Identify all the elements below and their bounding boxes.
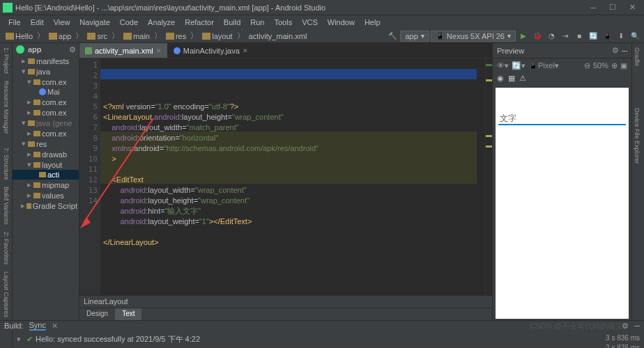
gear-icon[interactable]: ⚙: [612, 46, 619, 55]
tree-node[interactable]: ▾java (gene: [13, 118, 79, 128]
blueprint-icon[interactable]: ▦: [508, 74, 515, 83]
menu-refactor[interactable]: Refactor: [181, 17, 218, 28]
tree-node[interactable]: acti: [13, 170, 79, 180]
menu-window[interactable]: Window: [323, 17, 359, 28]
build-output[interactable]: ▾✔Hello: synced successfully at 2021/9/5…: [13, 331, 644, 348]
tab-gradle[interactable]: Gradle: [634, 47, 641, 66]
tree-node[interactable]: ▸values: [13, 190, 79, 200]
close-icon[interactable]: ✕: [156, 47, 162, 54]
build-label: Build:: [4, 322, 24, 330]
menu-run[interactable]: Run: [246, 17, 268, 28]
crumb-hello[interactable]: Hello: [3, 31, 36, 41]
window-title: Hello [E:\Android\Hello] - ...\app\src\m…: [15, 3, 584, 12]
tree-node[interactable]: ▸manifests: [13, 56, 79, 66]
svg-rect-0: [3, 3, 13, 13]
menu-build[interactable]: Build: [220, 17, 245, 28]
hide-icon[interactable]: ─: [634, 322, 640, 330]
element-breadcrumb[interactable]: LinearLayout: [79, 295, 492, 308]
tree-node[interactable]: Mai: [13, 87, 79, 97]
debug-button[interactable]: 🐞: [531, 30, 544, 42]
menu-view[interactable]: View: [49, 17, 75, 28]
search-icon[interactable]: 🔍: [629, 30, 641, 42]
menu-vcs[interactable]: VCS: [298, 17, 322, 28]
sync-button[interactable]: 🔄: [587, 30, 599, 42]
preview-panel: Preview⚙─ 👁▾ 🔄▾ 📱Pixel▾ ⊖ 50% ⊕ ▣ ◉ ▦ ⚠ …: [492, 43, 631, 320]
tree-node[interactable]: ▸mipmap: [13, 180, 79, 190]
make-button[interactable]: 🔨: [386, 30, 399, 42]
attach-button[interactable]: ⇥: [559, 30, 572, 42]
editor-area: activity_main.xml✕ MainActivity.java✕ 12…: [79, 43, 492, 320]
device-picker[interactable]: 📱Pixel▾: [528, 61, 559, 70]
minimize-button[interactable]: ─: [584, 1, 602, 14]
crumb-res[interactable]: res: [163, 31, 189, 41]
design-tab[interactable]: Design: [79, 308, 115, 320]
preview-canvas[interactable]: 文字: [496, 88, 629, 319]
code-editor[interactable]: <?xml version="1.0" encoding="utf-8"?><L…: [100, 58, 485, 295]
left-tool-strip: 1: Project Resource Manager 7: Structure…: [0, 43, 13, 320]
run-config-dropdown[interactable]: app▾: [400, 31, 429, 42]
layers-icon[interactable]: ◉: [497, 74, 504, 83]
menu-navigate[interactable]: Navigate: [75, 17, 114, 28]
close-icon[interactable]: ✕: [52, 322, 58, 331]
maximize-button[interactable]: ☐: [604, 1, 622, 14]
preview-header: Preview⚙─: [493, 43, 631, 58]
close-button[interactable]: ✕: [623, 1, 641, 14]
hide-icon[interactable]: ─: [622, 47, 627, 55]
fit-icon[interactable]: ▣: [620, 61, 627, 70]
tree-node[interactable]: ▾java: [13, 66, 79, 77]
tab-structure[interactable]: 7: Structure: [3, 148, 10, 180]
tab-activity-main[interactable]: activity_main.xml✕: [79, 43, 168, 58]
code-area[interactable]: 1234567891011121314 <?xml version="1.0" …: [79, 58, 492, 295]
tab-resource-manager[interactable]: Resource Manager: [3, 81, 10, 134]
menu-analyze[interactable]: Analyze: [144, 17, 179, 28]
text-tab[interactable]: Text: [115, 308, 141, 320]
stop-button[interactable]: ■: [573, 30, 585, 42]
build-row[interactable]: ▾✔Hello: synced successfully at 2021/9/5…: [17, 333, 640, 345]
crumb-app[interactable]: app: [46, 31, 74, 41]
tree-node[interactable]: ▸com.ex: [13, 97, 79, 107]
folder-icon: [49, 33, 57, 40]
tab-mainactivity[interactable]: MainActivity.java✕: [168, 43, 254, 58]
eye-icon[interactable]: 👁▾: [497, 61, 509, 70]
project-sidebar: app ⚙ ▸manifests▾java▾com.exMai▸com.ex▸c…: [13, 43, 79, 320]
sync-tab[interactable]: Sync: [29, 321, 46, 331]
tree-node[interactable]: ▸Gradle Script: [13, 200, 79, 211]
error-stripe[interactable]: [485, 58, 492, 295]
crumb-src[interactable]: src: [84, 31, 110, 41]
orientation-icon[interactable]: 🔄▾: [512, 61, 526, 70]
tab-device-file-explorer[interactable]: Device File Explorer: [634, 108, 641, 164]
crumb-layout[interactable]: layout: [199, 31, 235, 41]
tab-layout-captures[interactable]: Layout Captures: [3, 271, 10, 317]
menu-code[interactable]: Code: [116, 17, 142, 28]
tree-node[interactable]: ▸drawab: [13, 149, 79, 159]
device-dropdown[interactable]: 📱Nexus 5X API 26▾: [431, 31, 516, 42]
xml-icon: [85, 47, 92, 54]
menu-edit[interactable]: Edit: [26, 17, 48, 28]
tree-node[interactable]: ▸com.ex: [13, 107, 79, 118]
profile-button[interactable]: ◔: [545, 30, 558, 42]
gear-icon[interactable]: ⚙: [69, 45, 76, 54]
crumb-main[interactable]: main: [121, 31, 153, 41]
tree-node[interactable]: ▾layout: [13, 159, 79, 170]
project-root[interactable]: app: [28, 45, 42, 54]
build-row[interactable]: ▾✔Run build E:\Android\Hello: [17, 345, 640, 348]
tab-project[interactable]: 1: Project: [3, 47, 10, 74]
warnings-icon[interactable]: ⚠: [519, 74, 526, 83]
sdk-button[interactable]: ⬇: [615, 30, 627, 42]
tree-node[interactable]: ▸com.ex: [13, 128, 79, 139]
tree-node[interactable]: ▾com.ex: [13, 77, 79, 87]
tab-build-variants[interactable]: Build Variants: [3, 187, 10, 225]
tree-node[interactable]: ▾res: [13, 139, 79, 149]
avd-button[interactable]: 📱: [601, 30, 613, 42]
menu-file[interactable]: File: [4, 17, 25, 28]
close-icon[interactable]: ✕: [243, 47, 248, 54]
crumb-file[interactable]: activity_main.xml: [246, 31, 310, 41]
menu-tools[interactable]: Tools: [270, 17, 296, 28]
project-tree: ▸manifests▾java▾com.exMai▸com.ex▸com.ex▾…: [13, 56, 79, 211]
run-button[interactable]: ▶: [517, 30, 530, 42]
navigation-toolbar: Hello〉 app〉 src〉 main〉 res〉 layout〉 acti…: [0, 29, 644, 43]
zoom-in-icon[interactable]: ⊕: [611, 61, 618, 70]
tab-favorites[interactable]: 2: Favorites: [3, 232, 10, 264]
menu-help[interactable]: Help: [360, 17, 385, 28]
zoom-out-icon[interactable]: ⊖: [584, 61, 590, 70]
